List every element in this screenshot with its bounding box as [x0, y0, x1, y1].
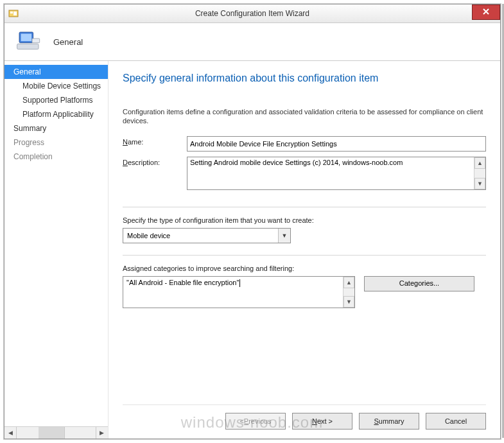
- intro-text: Configuration items define a configurati…: [123, 107, 486, 126]
- description-wrap: ▲ ▼: [187, 157, 486, 190]
- cancel-button[interactable]: Cancel: [426, 413, 486, 430]
- sidebar-item-completion[interactable]: Completion: [4, 150, 108, 164]
- categories-scrollbar[interactable]: ▲ ▼: [343, 277, 354, 308]
- close-icon: [482, 8, 490, 17]
- sidebar-items: General Mobile Device Settings Supported…: [4, 65, 108, 426]
- chevron-down-icon: ▼: [278, 229, 290, 243]
- svg-rect-6: [32, 39, 40, 43]
- scroll-down-icon[interactable]: ▼: [343, 296, 354, 308]
- scroll-left-icon[interactable]: ◀: [4, 427, 17, 439]
- type-label: Specify the type of configuration item t…: [123, 216, 486, 224]
- svg-rect-4: [21, 34, 32, 42]
- description-input[interactable]: [187, 157, 474, 189]
- scroll-right-icon[interactable]: ▶: [96, 427, 108, 439]
- scroll-down-icon[interactable]: ▼: [474, 178, 485, 189]
- sidebar-item-platform-applicability[interactable]: Platform Applicability: [4, 107, 108, 121]
- svg-rect-2: [13, 12, 17, 15]
- sidebar-item-label: Progress: [13, 138, 44, 147]
- sidebar-item-label: Platform Applicability: [22, 110, 94, 119]
- categories-box[interactable]: "All Android - Enable file encryption" ▲…: [123, 276, 355, 308]
- wizard-window: Create Configuration Item Wizard General…: [4, 4, 501, 439]
- sidebar-item-mobile-device-settings[interactable]: Mobile Device Settings: [4, 79, 108, 93]
- separator: [123, 255, 486, 256]
- type-combobox[interactable]: Mobile device ▼: [123, 228, 291, 243]
- header-section-title: General: [53, 37, 83, 47]
- sidebar-item-label: General: [13, 67, 41, 76]
- header-band: General: [4, 23, 500, 61]
- sidebar-horizontal-scrollbar[interactable]: ◀ ▶: [4, 426, 108, 439]
- window-title: Create Configuration Item Wizard: [4, 9, 500, 18]
- svg-rect-1: [10, 12, 13, 13]
- close-button[interactable]: [472, 4, 500, 20]
- categories-button[interactable]: Categories...: [364, 276, 474, 291]
- separator: [123, 207, 486, 207]
- description-row: Description: ▲ ▼: [123, 157, 486, 190]
- type-combobox-value: Mobile device: [123, 232, 278, 239]
- sidebar-item-label: Completion: [13, 152, 53, 161]
- svg-rect-5: [17, 44, 39, 49]
- sidebar-item-label: Mobile Device Settings: [22, 82, 101, 91]
- footer-buttons: < Previous Next > Summary Cancel: [123, 404, 486, 432]
- sidebar: General Mobile Device Settings Supported…: [4, 61, 109, 439]
- description-scrollbar[interactable]: ▲ ▼: [474, 157, 485, 189]
- computer-icon: [16, 29, 42, 55]
- scroll-up-icon[interactable]: ▲: [474, 157, 485, 169]
- summary-button[interactable]: Summary: [359, 413, 419, 430]
- scroll-up-icon[interactable]: ▲: [343, 277, 354, 288]
- categories-row: "All Android - Enable file encryption" ▲…: [123, 276, 486, 308]
- name-row: Name:: [123, 136, 486, 152]
- sidebar-item-label: Supported Platforms: [22, 96, 92, 105]
- next-button[interactable]: Next >: [292, 413, 352, 430]
- content-pane: Specify general information about this c…: [109, 61, 500, 439]
- body-area: General Mobile Device Settings Supported…: [4, 61, 500, 439]
- text-cursor: [239, 279, 240, 287]
- sidebar-item-progress[interactable]: Progress: [4, 135, 108, 150]
- sidebar-item-general[interactable]: General: [4, 65, 108, 79]
- title-bar: Create Configuration Item Wizard: [4, 4, 500, 23]
- sidebar-item-supported-platforms[interactable]: Supported Platforms: [4, 93, 108, 107]
- description-label: Description:: [123, 157, 187, 166]
- sidebar-item-label: Summary: [13, 124, 46, 133]
- categories-label: Assigned categories to improve searching…: [123, 265, 486, 272]
- sidebar-item-summary[interactable]: Summary: [4, 121, 108, 135]
- categories-value: "All Android - Enable file encryption": [123, 277, 343, 308]
- scroll-track[interactable]: [65, 427, 96, 439]
- previous-button: < Previous: [225, 413, 286, 430]
- name-input[interactable]: [187, 136, 486, 152]
- page-heading: Specify general information about this c…: [123, 73, 486, 84]
- app-icon: [8, 8, 19, 19]
- scroll-thumb[interactable]: [39, 427, 65, 439]
- name-label: Name:: [123, 136, 187, 146]
